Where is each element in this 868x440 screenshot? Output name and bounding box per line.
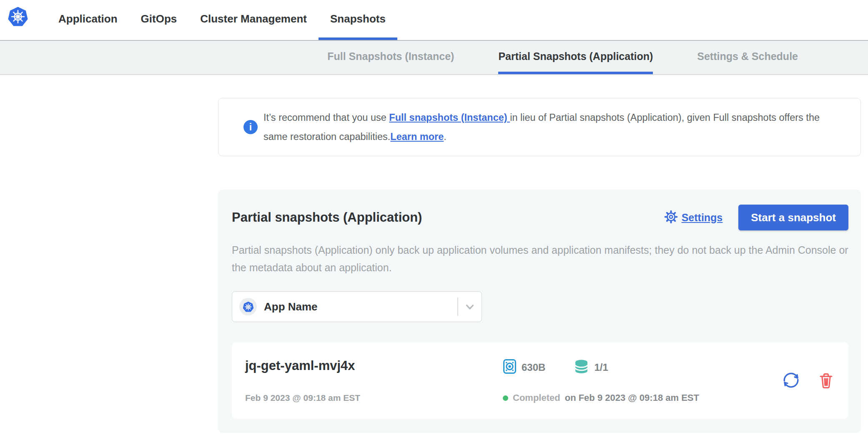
snapshot-volumes-metric: 1/1 (574, 359, 608, 375)
snapshot-finished-timestamp: on Feb 9 2023 @ 09:18 am EST (565, 393, 699, 403)
snapshot-meta-column: 630B 1/1 (503, 359, 781, 403)
app-kubernetes-icon (239, 298, 257, 315)
nav-item-cluster-management[interactable]: Cluster Management (188, 0, 319, 40)
status-dot-icon (503, 395, 508, 401)
info-icon: i (243, 120, 258, 134)
info-banner-text: It’s recommend that you use Full snapsho… (263, 108, 844, 146)
chevron-down-icon[interactable] (458, 300, 482, 314)
panel-description: Partial snapshots (Application) only bac… (232, 241, 849, 276)
learn-more-link[interactable]: Learn more (390, 131, 444, 142)
delete-snapshot-button[interactable] (818, 372, 834, 390)
selected-app-name: App Name (264, 300, 457, 313)
tab-settings-and-schedule[interactable]: Settings & Schedule (697, 41, 798, 74)
snapshot-metrics: 630B 1/1 (503, 359, 781, 376)
snapshot-row: jq-get-yaml-mvj4x Feb 9 2023 @ 09:18 am … (232, 342, 848, 419)
start-snapshot-button[interactable]: Start a snapshot (738, 205, 848, 230)
full-snapshots-instance-link[interactable]: Full snapshots (Instance) (389, 112, 510, 123)
info-banner: i It’s recommend that you use Full snaps… (218, 98, 861, 156)
nav-item-gitops[interactable]: GitOps (129, 0, 189, 40)
restore-icon (781, 370, 801, 392)
banner-text-end: . (444, 131, 447, 142)
snapshot-volumes-value: 1/1 (594, 362, 608, 373)
volume-disk-icon (503, 359, 517, 376)
nav-item-application[interactable]: Application (47, 0, 129, 40)
snapshot-main-column: jq-get-yaml-mvj4x Feb 9 2023 @ 09:18 am … (245, 359, 503, 403)
snapshot-status: Completed (513, 393, 560, 403)
panel-title: Partial snapshots (Application) (232, 210, 422, 225)
tab-full-snapshots-instance[interactable]: Full Snapshots (Instance) (327, 41, 454, 74)
top-nav: Application GitOps Cluster Management Sn… (0, 0, 868, 40)
snapshots-sub-nav: Full Snapshots (Instance) Partial Snapsh… (0, 40, 868, 75)
snapshot-size-value: 630B (522, 362, 545, 373)
main-nav: Application GitOps Cluster Management Sn… (47, 0, 397, 40)
kubernetes-logo-icon (8, 6, 28, 27)
snapshot-status-line: Completed on Feb 9 2023 @ 09:18 am EST (503, 393, 781, 403)
snapshot-started-timestamp: Feb 9 2023 @ 09:18 am EST (245, 393, 503, 403)
page-content: i It’s recommend that you use Full snaps… (218, 98, 861, 433)
gear-icon (664, 210, 678, 225)
restore-snapshot-button[interactable] (781, 370, 801, 392)
nav-item-snapshots[interactable]: Snapshots (319, 0, 397, 40)
panel-header: Partial snapshots (Application) (232, 205, 848, 230)
partial-snapshots-panel: Partial snapshots (Application) (218, 190, 861, 433)
trash-icon (818, 372, 834, 390)
app-selector-dropdown[interactable]: App Name (232, 291, 482, 322)
tab-partial-snapshots-application[interactable]: Partial Snapshots (Application) (498, 41, 653, 74)
snapshot-actions (781, 359, 836, 403)
snapshot-name: jq-get-yaml-mvj4x (245, 359, 503, 373)
database-stack-icon (574, 359, 589, 375)
settings-link-label[interactable]: Settings (682, 212, 723, 224)
snapshot-settings-link[interactable]: Settings (664, 210, 723, 225)
banner-text-start: It’s recommend that you use (263, 112, 389, 123)
snapshot-size-metric: 630B (503, 359, 545, 376)
